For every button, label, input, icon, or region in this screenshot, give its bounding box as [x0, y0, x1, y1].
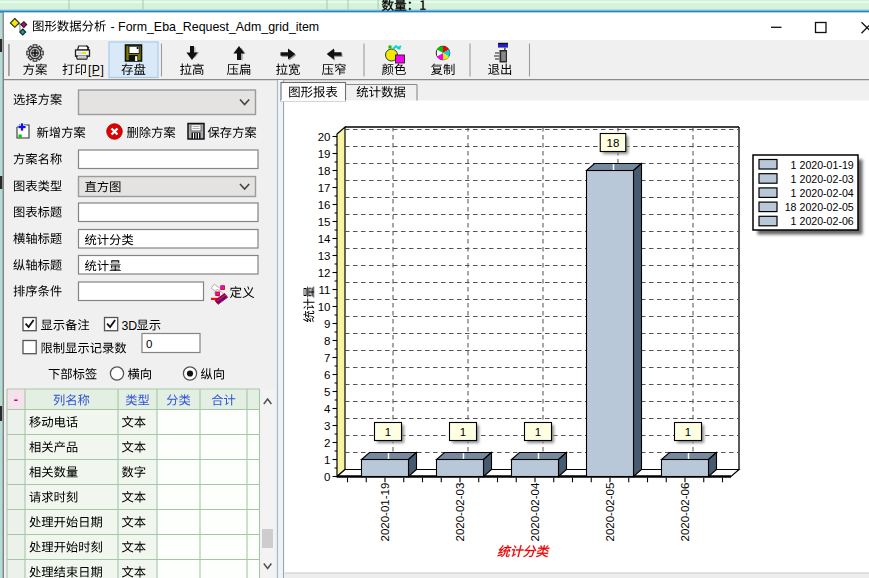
svg-text:2020-02-04: 2020-02-04 — [800, 187, 854, 199]
svg-text:11: 11 — [319, 284, 331, 296]
svg-text:8: 8 — [324, 335, 330, 347]
svg-text:18: 18 — [607, 137, 620, 149]
svg-text:15: 15 — [318, 216, 331, 228]
svg-text:4: 4 — [324, 403, 331, 415]
svg-text:2020-01-19: 2020-01-19 — [800, 159, 854, 171]
svg-text:12: 12 — [318, 267, 331, 279]
svg-text:9: 9 — [324, 318, 330, 330]
svg-text:2020-01-19: 2020-01-19 — [379, 483, 391, 542]
svg-text:0: 0 — [324, 471, 330, 483]
svg-text:1: 1 — [791, 173, 797, 185]
svg-text:17: 17 — [318, 182, 331, 194]
svg-text:2020-02-05: 2020-02-05 — [800, 201, 854, 213]
svg-text:2020-02-06: 2020-02-06 — [800, 215, 854, 227]
svg-text:16: 16 — [318, 199, 331, 211]
svg-text:14: 14 — [318, 233, 331, 245]
svg-text:20: 20 — [318, 131, 331, 143]
svg-text:7: 7 — [324, 352, 330, 364]
svg-text:-: - — [14, 392, 18, 407]
svg-text:2: 2 — [324, 437, 330, 449]
svg-text:18: 18 — [318, 165, 331, 177]
svg-text:2020-02-03: 2020-02-03 — [800, 173, 854, 185]
svg-text:2020-02-06: 2020-02-06 — [679, 483, 691, 542]
svg-text:6: 6 — [324, 369, 330, 381]
svg-text:- Form_Eba_Request_Adm_grid_it: - Form_Eba_Request_Adm_grid_item — [111, 20, 320, 34]
svg-text:2020-02-05: 2020-02-05 — [604, 483, 616, 542]
svg-text:1: 1 — [791, 187, 797, 199]
svg-text:2020-02-04: 2020-02-04 — [529, 482, 541, 541]
svg-text:3D: 3D — [122, 319, 138, 333]
svg-text:13: 13 — [318, 250, 331, 262]
svg-text:0: 0 — [146, 338, 152, 350]
svg-text:1: 1 — [385, 426, 391, 438]
svg-text:5: 5 — [324, 386, 330, 398]
svg-text:10: 10 — [318, 301, 331, 313]
svg-text:1: 1 — [685, 426, 691, 438]
svg-text:3: 3 — [324, 420, 330, 432]
svg-text:[P]: [P] — [88, 63, 104, 77]
svg-text:18: 18 — [785, 201, 797, 213]
svg-text:1: 1 — [460, 426, 466, 438]
svg-text:1: 1 — [324, 454, 330, 466]
svg-text:2020-02-03: 2020-02-03 — [454, 483, 466, 542]
svg-text:1: 1 — [791, 159, 797, 171]
svg-text:1: 1 — [791, 215, 797, 227]
svg-text:19: 19 — [318, 148, 331, 160]
svg-text:1: 1 — [535, 426, 541, 438]
